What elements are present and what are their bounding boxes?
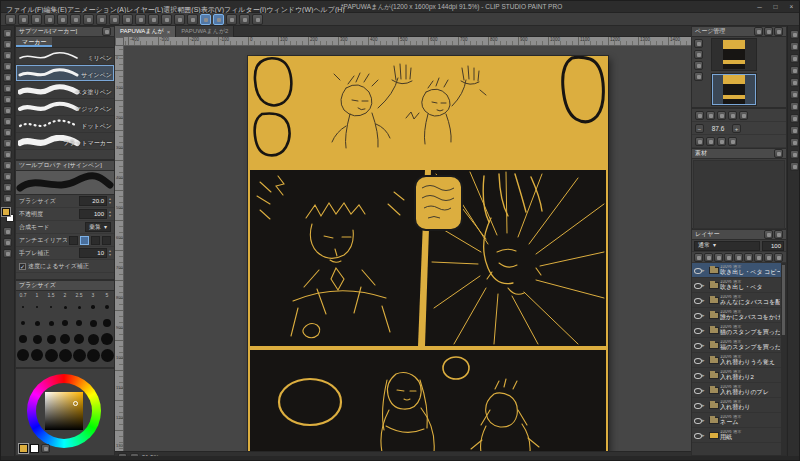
main-color-swatch[interactable]	[19, 444, 28, 453]
brush-size-dot[interactable]	[100, 299, 114, 315]
subtool-item[interactable]: ドットペン	[16, 116, 114, 133]
tool-icon[interactable]	[3, 84, 12, 93]
brush-size-dot[interactable]	[72, 299, 86, 315]
brush-size-dot[interactable]	[72, 347, 86, 363]
layer-opacity-input[interactable]: 100	[762, 241, 784, 251]
tool-icon[interactable]	[3, 161, 12, 170]
layer-blend-select[interactable]: 通常▾	[694, 241, 760, 251]
menu-item[interactable]: レイヤー(L)	[126, 6, 163, 13]
brush-size-dot[interactable]	[72, 315, 86, 331]
menu-item[interactable]: 選択範囲(S)	[163, 6, 200, 13]
tool-icon[interactable]	[3, 117, 12, 126]
expand-icon[interactable]: ▸	[702, 267, 708, 273]
toolbar-icon[interactable]	[44, 14, 55, 25]
brush-size-input[interactable]: 20.0	[79, 196, 107, 206]
menu-item[interactable]: ファイル(F)	[6, 6, 44, 13]
toolbar-icon[interactable]	[252, 14, 263, 25]
subtool-item[interactable]: フラットマーカー	[16, 133, 114, 150]
menu-item[interactable]: アニメーション(A)	[67, 6, 126, 13]
minimize-button[interactable]: ─	[752, 1, 767, 12]
brush-size-dot[interactable]	[100, 331, 114, 347]
material-icon[interactable]	[774, 149, 783, 158]
menu-item[interactable]: 編集(E)	[44, 6, 67, 13]
visibility-eye-icon[interactable]	[693, 431, 701, 439]
speed-size-checkbox[interactable]: ✓	[19, 263, 26, 270]
stabilization-input[interactable]: 10	[79, 248, 107, 258]
palette-dock-icon[interactable]	[790, 162, 799, 171]
tool-icon[interactable]	[3, 51, 12, 60]
main-color-swatch[interactable]	[2, 208, 10, 216]
tool-icon[interactable]	[3, 29, 12, 38]
navigator-icon[interactable]	[717, 137, 726, 146]
navigator-icon[interactable]	[695, 111, 704, 120]
navigator-icon[interactable]	[728, 111, 737, 120]
layer-panel-icon[interactable]	[774, 230, 783, 239]
expand-icon[interactable]: ▸	[702, 282, 708, 288]
toolbar-icon[interactable]	[213, 14, 224, 25]
tool-icon[interactable]	[3, 139, 12, 148]
palette-dock-icon[interactable]	[790, 102, 799, 111]
palette-dock-icon[interactable]	[790, 126, 799, 135]
vertical-ruler[interactable]: 0100200300400500600700800900100011001200…	[115, 46, 124, 451]
spinner-icon[interactable]: ▴▾	[109, 197, 111, 205]
tool-icon[interactable]	[3, 238, 12, 247]
blend-mode-select[interactable]: 乗算▾	[85, 222, 111, 232]
layer-row[interactable]: ▸ 100% 通常 猫のスタンプを買ったんだろ	[692, 323, 781, 338]
palette-dock-icon[interactable]	[790, 42, 799, 51]
expand-icon[interactable]: ▸	[702, 297, 708, 303]
expand-icon[interactable]: ▸	[702, 357, 708, 363]
sub-color-swatch[interactable]	[30, 444, 39, 453]
subtool-item[interactable]: マジックペン	[16, 99, 114, 116]
maximize-button[interactable]: □	[768, 1, 783, 12]
expand-icon[interactable]: ▸	[702, 342, 708, 348]
brush-size-dot[interactable]	[30, 315, 44, 331]
layer-toolbar-icon[interactable]	[754, 253, 763, 262]
layer-toolbar-icon[interactable]	[704, 253, 713, 262]
visibility-eye-icon[interactable]	[693, 416, 701, 424]
toolbar-icon[interactable]	[187, 14, 198, 25]
toolbar-icon[interactable]	[57, 14, 68, 25]
navigator-icon[interactable]	[695, 137, 704, 146]
brush-size-dot[interactable]	[30, 299, 44, 315]
material-list[interactable]	[693, 160, 785, 229]
palette-dock-icon[interactable]	[790, 78, 799, 87]
antialias-none-button[interactable]	[69, 236, 78, 245]
brush-size-dot[interactable]	[86, 331, 100, 347]
visibility-eye-icon[interactable]	[693, 356, 701, 364]
layer-row[interactable]: ▸ 100% 通常 入れ替わり2	[692, 368, 781, 383]
horizontal-ruler[interactable]: -400-300-200-100010020030040050060070080…	[124, 37, 691, 46]
brush-size-dot[interactable]	[72, 331, 86, 347]
layer-toolbar-icon[interactable]	[764, 253, 773, 262]
toolbar-icon[interactable]	[5, 14, 16, 25]
brush-size-dot[interactable]	[86, 347, 100, 363]
toolbar-icon[interactable]	[18, 14, 29, 25]
expand-icon[interactable]: ▸	[702, 387, 708, 393]
tool-icon[interactable]	[3, 194, 12, 203]
page-view-icon[interactable]	[694, 39, 703, 48]
tool-icon[interactable]	[3, 172, 12, 181]
expand-icon[interactable]: ▸	[702, 417, 708, 423]
brush-size-dot[interactable]	[44, 331, 58, 347]
antialias-strong-button[interactable]	[102, 236, 111, 245]
expand-icon[interactable]: ▸	[702, 372, 708, 378]
layer-toolbar-icon[interactable]	[774, 253, 783, 262]
layer-row[interactable]: ▸ 100% 通常 吹き出し・ベタ コピー	[692, 263, 781, 278]
toolbar-icon[interactable]	[31, 14, 42, 25]
saturation-value-square[interactable]	[45, 392, 83, 430]
visibility-eye-icon[interactable]	[693, 296, 701, 304]
color-marker[interactable]	[73, 401, 78, 406]
palette-dock-icon[interactable]	[790, 90, 799, 99]
palette-dock-icon[interactable]	[790, 66, 799, 75]
manga-page[interactable]	[248, 56, 608, 451]
layer-toolbar-icon[interactable]	[694, 253, 703, 262]
brush-size-dot[interactable]	[44, 315, 58, 331]
brush-size-dot[interactable]	[86, 315, 100, 331]
page-manager-icon[interactable]	[774, 27, 783, 36]
brush-size-dot[interactable]	[16, 315, 30, 331]
subtool-item[interactable]: ミリペン	[16, 48, 114, 65]
menu-item[interactable]: フィルター(I)	[224, 6, 266, 13]
visibility-eye-icon[interactable]	[693, 371, 701, 379]
visibility-eye-icon[interactable]	[693, 281, 701, 289]
toolbar-icon[interactable]	[135, 14, 146, 25]
menu-item[interactable]: ウィンドウ(W)	[266, 6, 313, 13]
